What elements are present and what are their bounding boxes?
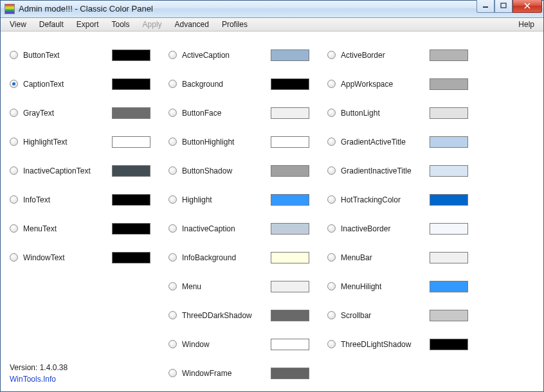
radio-menutext[interactable] (10, 224, 18, 233)
swatch-background[interactable] (271, 78, 309, 90)
radio-menubar[interactable] (327, 253, 336, 262)
swatch-threeddarkshadow[interactable] (271, 310, 309, 321)
swatch-buttonface[interactable] (271, 107, 309, 119)
radio-graytext[interactable] (10, 109, 18, 117)
swatch-buttonhighlight[interactable] (271, 136, 309, 148)
radio-captiontext[interactable] (10, 80, 18, 88)
label-buttonhighlight[interactable]: ButtonHighlight (182, 138, 271, 147)
swatch-buttonlight[interactable] (430, 107, 468, 119)
radio-inactivecaptiontext[interactable] (10, 166, 18, 175)
radio-buttonlight[interactable] (327, 109, 336, 117)
radio-gradientinactivetitle[interactable] (327, 166, 336, 175)
radio-background[interactable] (168, 80, 177, 88)
label-activeborder[interactable]: ActiveBorder (341, 51, 430, 60)
swatch-infobackground[interactable] (271, 252, 309, 263)
swatch-highlight[interactable] (271, 194, 309, 206)
menu-advanced[interactable]: Advanced (168, 19, 215, 30)
swatch-buttontext[interactable] (112, 49, 150, 61)
swatch-windowtext[interactable] (112, 252, 150, 263)
label-highlighttext[interactable]: HighlightText (23, 138, 112, 147)
label-buttonlight[interactable]: ButtonLight (341, 109, 430, 118)
menu-default[interactable]: Default (33, 19, 70, 30)
label-activecaption[interactable]: ActiveCaption (182, 51, 271, 60)
swatch-captiontext[interactable] (112, 78, 150, 90)
label-hottrackingcolor[interactable]: HotTrackingColor (341, 195, 430, 204)
swatch-hottrackingcolor[interactable] (430, 194, 468, 206)
swatch-window[interactable] (271, 339, 309, 350)
label-windowtext[interactable]: WindowText (23, 253, 112, 262)
swatch-windowframe[interactable] (271, 368, 309, 379)
swatch-menu[interactable] (271, 281, 309, 292)
label-buttontext[interactable]: ButtonText (23, 51, 112, 60)
label-gradientactivetitle[interactable]: GradientActiveTitle (341, 138, 430, 147)
menu-view[interactable]: View (3, 19, 33, 30)
menu-tools[interactable]: Tools (105, 19, 136, 30)
radio-buttonshadow[interactable] (168, 166, 177, 175)
menu-profiles[interactable]: Profiles (215, 19, 254, 30)
titlebar[interactable]: Admin mode!!! - Classic Color Panel (1, 1, 543, 18)
radio-windowframe[interactable] (168, 369, 177, 377)
radio-inactivecaption[interactable] (168, 224, 177, 233)
menu-help[interactable]: Help (512, 19, 541, 30)
swatch-menubar[interactable] (430, 252, 468, 263)
radio-menuhilight[interactable] (327, 282, 336, 290)
label-graytext[interactable]: GrayText (23, 109, 112, 118)
swatch-activecaption[interactable] (271, 49, 309, 61)
swatch-menuhilight[interactable] (430, 281, 468, 292)
label-infobackground[interactable]: InfoBackground (182, 253, 271, 262)
radio-activecaption[interactable] (168, 51, 177, 59)
swatch-scrollbar[interactable] (430, 310, 468, 321)
label-buttonface[interactable]: ButtonFace (182, 109, 271, 118)
radio-buttonface[interactable] (168, 109, 177, 117)
maximize-button[interactable] (494, 0, 512, 13)
label-gradientinactivetitle[interactable]: GradientInactiveTitle (341, 166, 430, 175)
label-infotext[interactable]: InfoText (23, 195, 112, 204)
swatch-infotext[interactable] (112, 194, 150, 206)
radio-inactiveborder[interactable] (327, 224, 336, 233)
label-appworkspace[interactable]: AppWorkspace (341, 80, 430, 89)
swatch-inactiveborder[interactable] (430, 223, 468, 235)
radio-window[interactable] (168, 340, 177, 348)
swatch-graytext[interactable] (112, 107, 150, 119)
label-buttonshadow[interactable]: ButtonShadow (182, 166, 271, 175)
radio-buttonhighlight[interactable] (168, 138, 177, 146)
swatch-gradientinactivetitle[interactable] (430, 165, 468, 177)
label-captiontext[interactable]: CaptionText (23, 80, 112, 89)
radio-appworkspace[interactable] (327, 80, 336, 88)
radio-threedlightshadow[interactable] (327, 340, 336, 348)
label-scrollbar[interactable]: Scrollbar (341, 311, 430, 320)
label-highlight[interactable]: Highlight (182, 195, 271, 204)
menu-export[interactable]: Export (70, 19, 105, 30)
close-button[interactable] (512, 0, 542, 13)
radio-highlight[interactable] (168, 195, 177, 204)
radio-scrollbar[interactable] (327, 311, 336, 319)
label-threeddarkshadow[interactable]: ThreeDDarkShadow (182, 311, 271, 320)
radio-activeborder[interactable] (327, 51, 336, 59)
wintools-link[interactable]: WinTools.Info (10, 375, 68, 384)
label-menu[interactable]: Menu (182, 282, 271, 291)
swatch-buttonshadow[interactable] (271, 165, 309, 177)
radio-threeddarkshadow[interactable] (168, 311, 177, 319)
radio-gradientactivetitle[interactable] (327, 138, 336, 146)
radio-menu[interactable] (168, 282, 177, 290)
radio-hottrackingcolor[interactable] (327, 195, 336, 204)
swatch-gradientactivetitle[interactable] (430, 136, 468, 148)
radio-windowtext[interactable] (10, 253, 18, 262)
label-inactiveborder[interactable]: InactiveBorder (341, 224, 430, 233)
minimize-button[interactable] (476, 0, 494, 13)
label-menuhilight[interactable]: MenuHilight (341, 282, 430, 291)
radio-infotext[interactable] (10, 195, 18, 204)
swatch-appworkspace[interactable] (430, 78, 468, 90)
swatch-inactivecaptiontext[interactable] (112, 165, 150, 177)
label-inactivecaptiontext[interactable]: InactiveCaptionText (23, 166, 112, 175)
swatch-highlighttext[interactable] (112, 136, 150, 148)
swatch-threedlightshadow[interactable] (430, 339, 468, 350)
radio-buttontext[interactable] (10, 51, 18, 59)
label-window[interactable]: Window (182, 340, 271, 349)
label-threedlightshadow[interactable]: ThreeDLightShadow (341, 340, 430, 349)
label-menubar[interactable]: MenuBar (341, 253, 430, 262)
swatch-inactivecaption[interactable] (271, 223, 309, 235)
label-inactivecaption[interactable]: InactiveCaption (182, 224, 271, 233)
label-windowframe[interactable]: WindowFrame (182, 369, 271, 378)
label-background[interactable]: Background (182, 80, 271, 89)
